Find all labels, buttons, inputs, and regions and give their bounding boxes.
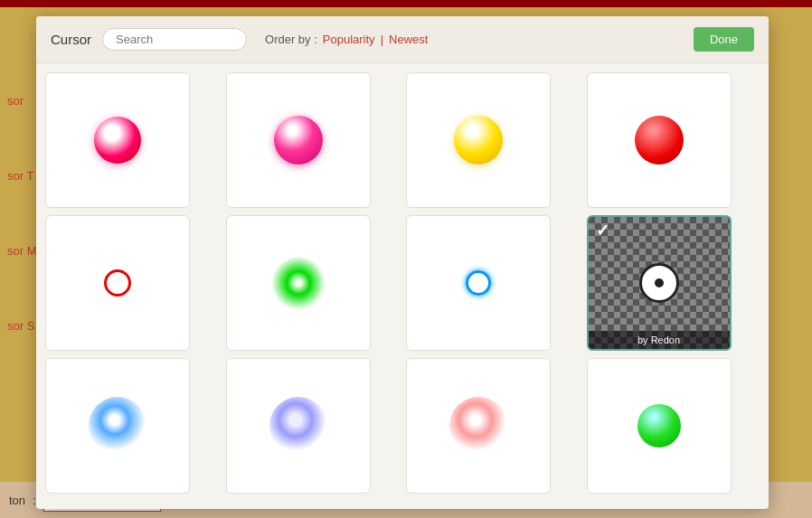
cursor-item-label-redon: by Redon xyxy=(589,331,730,349)
cursor-hot-pink-icon xyxy=(274,116,323,165)
search-input[interactable] xyxy=(102,28,247,51)
cursor-item-yellow[interactable] xyxy=(406,72,551,208)
cursor-item-hot-pink[interactable] xyxy=(226,72,371,208)
cursor-red-solid-icon xyxy=(635,116,684,165)
cursor-item-blue-glow[interactable] xyxy=(45,358,190,494)
checkered-background xyxy=(589,217,730,349)
order-by-section: Order by : Popularity | Newest xyxy=(265,33,428,46)
cursor-inner-dot xyxy=(655,278,664,287)
cursor-item-red-solid[interactable] xyxy=(587,72,732,208)
done-button[interactable]: Done xyxy=(694,27,754,52)
cursor-blue-glow-icon xyxy=(89,397,146,455)
modal-title: Cursor xyxy=(51,32,91,47)
cursor-yellow-icon xyxy=(454,116,503,165)
cursor-modal: Cursor Order by : Popularity | Newest Do… xyxy=(36,16,769,509)
cursor-item-green-glow[interactable] xyxy=(226,215,371,351)
cursor-red-ring-icon xyxy=(104,269,131,297)
cursor-item-purple-glow[interactable] xyxy=(226,358,371,494)
cursor-grid: by Redon xyxy=(45,72,760,494)
cursor-green-glow-icon xyxy=(271,256,326,310)
cursor-pink-hollow-icon xyxy=(94,117,141,164)
cursor-item-green-solid[interactable] xyxy=(587,358,732,494)
bottom-label: ton xyxy=(9,494,25,507)
cursor-item-blue-ring[interactable] xyxy=(406,215,551,351)
top-strip xyxy=(0,0,812,7)
cursor-white-circle-icon xyxy=(639,263,679,303)
cursor-item-red-ring[interactable] xyxy=(45,215,190,351)
cursor-purple-glow-icon xyxy=(269,397,327,455)
order-by-divider: | xyxy=(381,33,383,46)
cursor-green-solid-icon xyxy=(637,404,681,447)
order-by-newest[interactable]: Newest xyxy=(389,33,428,46)
cursor-blue-ring-icon xyxy=(466,270,491,296)
modal-header: Cursor Order by : Popularity | Newest Do… xyxy=(36,16,769,63)
cursor-item-pink-hollow[interactable] xyxy=(45,72,190,208)
order-by-label: Order by : xyxy=(265,33,317,46)
cursor-item-pink-glow[interactable] xyxy=(406,358,551,494)
cursor-pink-glow-icon xyxy=(449,397,507,455)
cursor-item-white-ring-selected[interactable]: by Redon xyxy=(587,215,732,351)
modal-body[interactable]: by Redon xyxy=(36,63,769,502)
order-by-popularity[interactable]: Popularity xyxy=(323,33,375,46)
